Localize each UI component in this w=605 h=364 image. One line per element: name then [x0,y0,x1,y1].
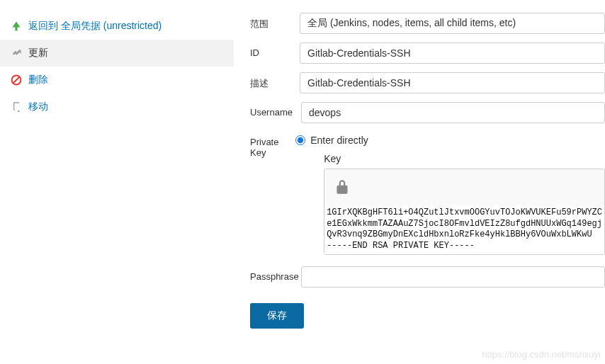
key-sub-label: Key [324,153,605,164]
key-box: 1GIrXQKBgHFT6li+O4QZutlJtxvmOOGYuvTOJoKW… [324,169,605,255]
description-label: 描述 [250,72,300,93]
username-input[interactable] [301,102,605,123]
watermark: https://blog.csdn.net/mshxuyi [482,349,601,360]
sidebar-item-label: 返回到 全局凭据 (unrestricted) [28,20,162,33]
sidebar-item-label: 删除 [28,74,48,86]
scope-input[interactable] [300,13,605,34]
arrow-up-icon [10,20,23,33]
sidebar-item-update[interactable]: 更新 [0,40,234,67]
private-key-label: Private Key [250,132,295,255]
sidebar-item-move[interactable]: 移动 [0,93,234,120]
id-input[interactable] [300,42,605,64]
lock-bar [324,169,604,205]
description-input[interactable] [300,72,605,93]
enter-directly-label: Enter directly [310,135,368,146]
sidebar-item-label: 移动 [28,101,48,113]
svg-line-1 [13,77,19,83]
no-entry-icon [10,74,23,86]
lock-icon [333,178,351,196]
sidebar: 返回到 全局凭据 (unrestricted) 更新 删除 移动 [0,0,234,120]
scope-label: 范围 [250,13,300,34]
username-label: Username [250,102,301,123]
sidebar-item-label: 更新 [28,47,48,59]
sidebar-item-back[interactable]: 返回到 全局凭据 (unrestricted) [0,13,234,40]
key-text[interactable]: 1GIrXQKBgHFT6li+O4QZutlJtxvmOOGYuvTOJoKW… [324,205,604,254]
enter-directly-radio[interactable] [295,135,305,145]
form-area: 范围 ID 描述 Username Private Key Enter dire… [237,0,605,329]
passphrase-input[interactable] [301,266,605,288]
sidebar-item-delete[interactable]: 删除 [0,67,234,93]
save-button[interactable]: 保存 [250,303,304,329]
wrench-icon [10,47,23,59]
passphrase-label: Passphrase [250,266,301,288]
hand-truck-icon [10,101,23,113]
id-label: ID [250,42,300,64]
